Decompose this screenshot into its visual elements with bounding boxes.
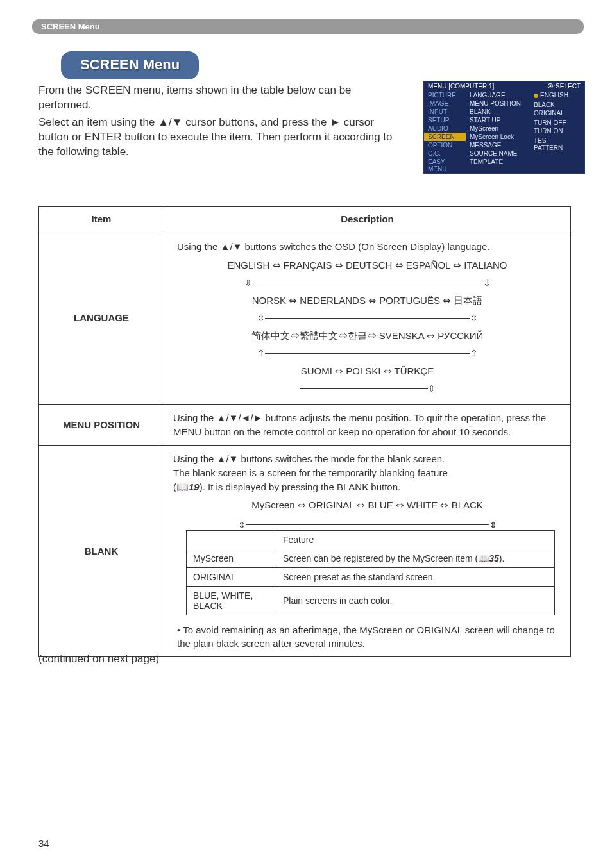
continued-text: (continued on next page) xyxy=(38,653,159,665)
lang-row4: SUOMI ⇔ POLSKI ⇔ TÜRKÇE xyxy=(173,362,561,381)
main-table: Item Description LANGUAGE Using the ▲/▼ … xyxy=(38,206,571,657)
blank-top1: Using the ▲/▼ buttons switches the mode … xyxy=(173,453,445,464)
osd-mid-item: SOURCE NAME xyxy=(466,149,530,158)
osd-right-item: TEST PATTERN xyxy=(530,137,584,152)
inner-r3c1: BLUE, WHITE, BLACK xyxy=(187,586,276,615)
osd-mid-item: MyScreen Lock xyxy=(466,133,530,141)
row-language-label: LANGUAGE xyxy=(39,231,164,405)
book-icon: 📖 xyxy=(176,481,189,492)
intro-p2: Select an item using the ▲/▼ cursor butt… xyxy=(38,115,404,160)
connector-icon: ⇳⇳ xyxy=(173,310,561,327)
blank-top2: The blank screen is a screen for the tem… xyxy=(173,467,448,478)
blank-note: • To avoid remaining as an afterimage, t… xyxy=(177,623,561,650)
page-title: SCREEN Menu xyxy=(61,51,199,79)
col-item-header: Item xyxy=(39,207,164,231)
breadcrumb: SCREEN Menu xyxy=(32,19,584,34)
page-number: 34 xyxy=(38,838,49,849)
row-language-desc: Using the ▲/▼ buttons switches the OSD (… xyxy=(164,231,571,405)
osd-header-right: ⦿:SELECT xyxy=(547,83,581,90)
osd-left-item: PICTURE xyxy=(424,91,466,99)
inner-r1c2: Screen can be registered by the MyScreen… xyxy=(276,549,555,567)
osd-right-item: TURN OFF xyxy=(530,119,584,127)
connector-icon: ⇳⇳ xyxy=(173,345,561,362)
osd-mid-item: MENU POSITION xyxy=(466,99,530,108)
blank-cycle: MyScreen ⇔ ORIGINAL ⇔ BLUE ⇔ WHITE ⇔ BLA… xyxy=(173,499,561,511)
inner-r2c1: ORIGINAL xyxy=(187,567,276,586)
row-blank-label: BLANK xyxy=(39,446,164,656)
inner-h-feature: Feature xyxy=(276,530,555,549)
osd-mid-item: LANGUAGE xyxy=(466,91,530,99)
osd-left-item: AUDIO xyxy=(424,124,466,133)
osd-right-item: ORIGINAL xyxy=(530,109,584,117)
osd-left-item-active: SCREEN xyxy=(424,133,466,141)
row-menupos-desc: Using the ▲/▼/◄/► buttons adjusts the me… xyxy=(164,404,571,446)
lang-line1: Using the ▲/▼ buttons switches the OSD (… xyxy=(173,238,561,256)
osd-mid-item: MyScreen xyxy=(466,124,530,133)
osd-left-item: INPUT xyxy=(424,108,466,116)
connector-icon: ⇳ xyxy=(173,380,561,397)
dot-icon xyxy=(534,94,538,98)
lang-row1: ENGLISH ⇔ FRANÇAIS ⇔ DEUTSCH ⇔ ESPAÑOL ⇔… xyxy=(173,256,561,275)
osd-right-item: BLACK xyxy=(530,101,584,109)
lang-row2: NORSK ⇔ NEDERLANDS ⇔ PORTUGUÊS ⇔ 日本語 xyxy=(173,292,561,310)
intro-p1: From the SCREEN menu, items shown in the… xyxy=(38,83,404,113)
osd-mid-item: MESSAGE xyxy=(466,141,530,149)
connector-icon: ⇕⇕ xyxy=(173,520,561,530)
row-blank-desc: Using the ▲/▼ buttons switches the mode … xyxy=(164,446,571,656)
osd-left-item: IMAGE xyxy=(424,99,466,108)
osd-mid-item: START UP xyxy=(466,116,530,124)
inner-r3c2: Plain screens in each color. xyxy=(276,586,555,615)
inner-r1c1: MyScreen xyxy=(187,549,276,567)
osd-mid-item: TEMPLATE xyxy=(466,158,530,166)
osd-left-item: OPTION xyxy=(424,141,466,149)
inner-r2c2: Screen preset as the standard screen. xyxy=(276,567,555,586)
osd-left-item: C.C. xyxy=(424,149,466,158)
osd-left-item: SETUP xyxy=(424,116,466,124)
blank-inner-table: Feature MyScreen Screen can be registere… xyxy=(186,530,555,615)
osd-mid-item: BLANK xyxy=(466,108,530,116)
book-icon: 📖 xyxy=(478,553,489,563)
inner-h-blank xyxy=(187,530,276,549)
osd-left-item: EASY MENU xyxy=(424,158,466,173)
osd-right-item: ENGLISH xyxy=(530,91,584,99)
osd-header-left: MENU [COMPUTER 1] xyxy=(428,83,494,90)
connector-icon: ⇳⇳ xyxy=(173,274,561,292)
row-menupos-label: MENU POSITION xyxy=(39,404,164,446)
osd-right-item: TURN ON xyxy=(530,127,584,135)
lang-row3: 简体中文⇔繁體中文⇔한글⇔ SVENSKA ⇔ РУССКИЙ xyxy=(173,327,561,346)
col-desc-header: Description xyxy=(164,207,571,231)
blank-top3b: ). It is displayed by pressing the BLANK… xyxy=(200,481,401,492)
intro-block: From the SCREEN menu, items shown in the… xyxy=(38,83,404,162)
blank-ref19: 19 xyxy=(189,481,200,492)
osd-preview: MENU [COMPUTER 1] ⦿:SELECT PICTURE IMAGE… xyxy=(423,81,585,174)
